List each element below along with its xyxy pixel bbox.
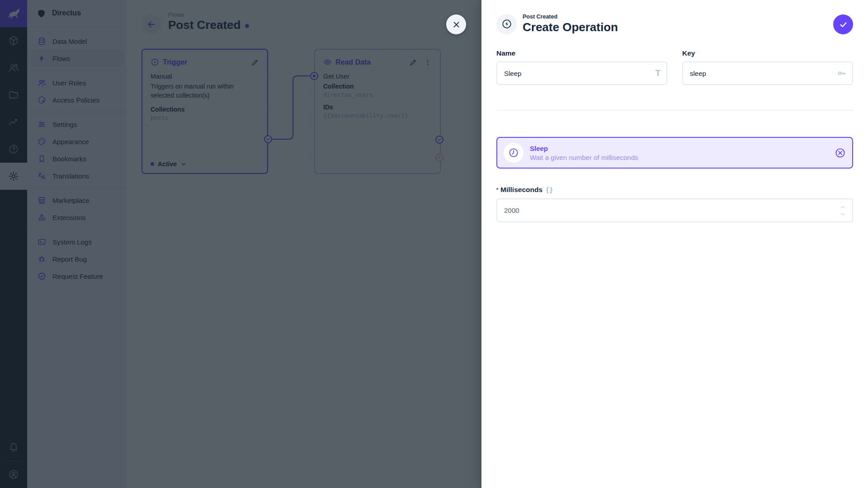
- drawer-titles: Post Created Create Operation: [523, 14, 618, 34]
- key-input[interactable]: [682, 61, 853, 85]
- drawer-overlay[interactable]: [0, 0, 481, 488]
- create-operation-drawer: Post Created Create Operation Name T Key: [481, 0, 868, 488]
- save-operation-button[interactable]: [833, 14, 853, 34]
- milliseconds-input[interactable]: [496, 198, 853, 222]
- title-formatter-icon: T: [655, 68, 660, 78]
- stepper-up-icon[interactable]: [840, 204, 846, 210]
- required-indicator: [496, 188, 498, 190]
- drawer-header: Post Created Create Operation: [496, 0, 853, 34]
- directus-app: Directus Data Model Flows User Roles: [0, 0, 868, 488]
- drawer-title: Create Operation: [523, 20, 618, 34]
- name-input-wrap: T: [496, 61, 667, 85]
- stepper-down-icon[interactable]: [840, 211, 846, 217]
- key-field-label: Key: [682, 49, 853, 57]
- name-input[interactable]: [496, 61, 667, 85]
- check-icon: [839, 20, 848, 29]
- milliseconds-input-wrap: [496, 198, 853, 222]
- drawer-breadcrumb: Post Created: [523, 14, 618, 20]
- circle-x-icon: [835, 147, 846, 159]
- key-input-wrap: [682, 61, 853, 85]
- bolt-circle-icon: [501, 19, 512, 29]
- raw-value-toggle-icon[interactable]: {}: [546, 186, 554, 193]
- operation-icon-circle: [504, 143, 524, 163]
- name-key-fields: Name T Key: [496, 49, 853, 85]
- key-field-group: Key: [682, 49, 853, 85]
- name-field-group: Name T: [496, 49, 667, 85]
- milliseconds-label-row: Milliseconds {}: [496, 186, 853, 194]
- clock-icon: [508, 147, 519, 158]
- close-icon: [452, 20, 461, 29]
- number-stepper: [840, 204, 846, 217]
- operation-card-description: Wait a given number of milliseconds: [530, 154, 835, 161]
- name-field-label: Name: [496, 49, 667, 57]
- milliseconds-label: Milliseconds: [500, 186, 542, 194]
- operation-card-texts: Sleep Wait a given number of millisecond…: [530, 145, 835, 161]
- deselect-operation-button[interactable]: [835, 147, 846, 159]
- operation-card-title: Sleep: [530, 145, 835, 152]
- close-drawer-button[interactable]: [446, 14, 466, 34]
- drawer-header-icon-circle: [496, 14, 517, 34]
- drawer-divider: [496, 110, 853, 111]
- key-icon: [837, 69, 846, 78]
- selected-operation-card[interactable]: Sleep Wait a given number of millisecond…: [496, 137, 853, 169]
